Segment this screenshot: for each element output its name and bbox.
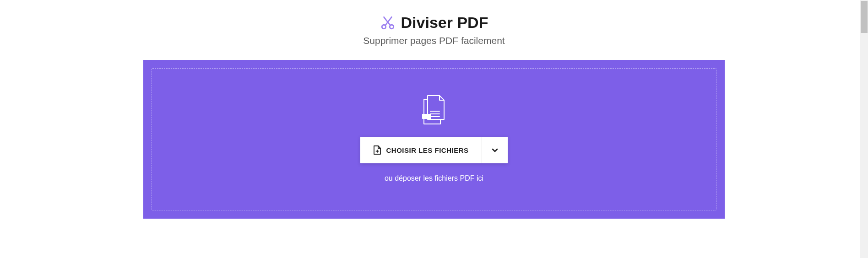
dropzone[interactable]: PDF CHOISIR LES	[152, 68, 716, 210]
dropzone-wrapper: PDF CHOISIR LES	[143, 60, 725, 219]
svg-line-3	[384, 17, 390, 25]
file-plus-icon	[373, 145, 381, 155]
chevron-down-icon	[491, 146, 499, 154]
page-container: Diviser PDF Supprimer pages PDF facileme…	[0, 0, 868, 219]
page-title: Diviser PDF	[401, 14, 488, 32]
scrollbar-thumb[interactable]	[861, 1, 868, 33]
title-row: Diviser PDF	[0, 14, 868, 32]
page-header: Diviser PDF Supprimer pages PDF facileme…	[0, 14, 868, 46]
svg-text:PDF: PDF	[423, 115, 430, 119]
file-chooser-group: CHOISIR LES FICHIERS	[360, 137, 507, 163]
choose-source-dropdown[interactable]	[482, 137, 508, 163]
svg-line-2	[385, 17, 391, 25]
choose-files-label: CHOISIR LES FICHIERS	[386, 146, 468, 154]
pdf-stack-icon: PDF	[419, 94, 449, 127]
drop-hint: ou déposer les fichiers PDF ici	[385, 174, 483, 183]
scrollbar-track[interactable]	[860, 0, 868, 258]
page-subtitle: Supprimer pages PDF facilement	[0, 35, 868, 46]
scissors-icon	[380, 15, 396, 31]
choose-files-button[interactable]: CHOISIR LES FICHIERS	[360, 137, 481, 163]
